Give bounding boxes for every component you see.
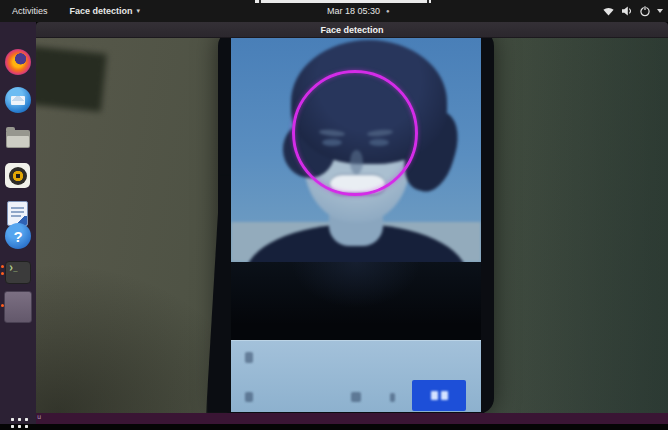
clock-label: Mar 18 05:30 bbox=[327, 6, 380, 16]
system-tray-menu[interactable] bbox=[602, 0, 663, 22]
app-menu-button[interactable]: Face detection ▾ bbox=[60, 0, 151, 22]
dock-item-thunderbird[interactable] bbox=[5, 87, 31, 113]
wallpaper-mark: u bbox=[37, 414, 41, 421]
dialog-small-icon bbox=[351, 392, 361, 402]
notification-dot-icon: ● bbox=[386, 8, 390, 14]
activities-button[interactable]: Activities bbox=[0, 0, 60, 22]
dialog-small-icon bbox=[245, 352, 253, 363]
gnome-top-bar: Activities Face detection ▾ Mar 18 05:30… bbox=[0, 0, 668, 22]
dock-item-rhythmbox[interactable] bbox=[5, 163, 31, 189]
running-indicator-dot bbox=[1, 272, 4, 275]
phone-screen bbox=[231, 38, 481, 412]
phone-dialog-panel bbox=[231, 340, 481, 412]
wifi-icon bbox=[602, 5, 615, 17]
clock-menu[interactable]: Mar 18 05:30 ● bbox=[327, 0, 390, 22]
screen-artifact-line bbox=[255, 0, 431, 3]
phone-in-camera bbox=[218, 38, 494, 413]
dock: ? ❯_ bbox=[0, 22, 36, 424]
dialog-small-icon bbox=[390, 393, 395, 402]
chevron-down-icon bbox=[657, 9, 663, 13]
show-applications-button[interactable] bbox=[5, 412, 31, 430]
dock-item-firefox[interactable] bbox=[5, 49, 31, 75]
phone-screen-dark-area bbox=[231, 262, 481, 340]
dock-item-files[interactable] bbox=[5, 125, 31, 151]
app-window-icon bbox=[4, 291, 32, 323]
face-detection-circle bbox=[292, 70, 418, 196]
desktop-wallpaper-strip: u bbox=[36, 413, 668, 424]
window-title: Face detection bbox=[320, 25, 383, 35]
window-titlebar[interactable]: Face detection bbox=[36, 22, 668, 38]
face-detection-window: Face detection bbox=[36, 22, 668, 413]
dialog-confirm-button-image bbox=[412, 380, 466, 411]
firefox-icon bbox=[5, 49, 31, 75]
screen-bottom-edge bbox=[0, 424, 668, 430]
help-question-icon: ? bbox=[5, 223, 31, 249]
running-indicator-dot bbox=[1, 304, 4, 307]
rhythmbox-speaker-icon bbox=[5, 163, 30, 188]
dialog-small-icon bbox=[245, 392, 253, 402]
camera-feed bbox=[36, 38, 668, 413]
wall-shadow-right bbox=[498, 38, 668, 413]
app-menu-label: Face detection bbox=[70, 6, 133, 16]
thunderbird-icon bbox=[5, 87, 31, 113]
chevron-down-icon: ▾ bbox=[137, 7, 141, 15]
power-icon bbox=[639, 5, 651, 17]
volume-icon bbox=[621, 5, 633, 17]
dock-item-help[interactable]: ? bbox=[5, 223, 31, 249]
dock-item-app-window[interactable] bbox=[5, 291, 31, 317]
apps-grid-icon bbox=[8, 415, 28, 430]
files-folder-icon bbox=[6, 130, 30, 148]
running-indicator-dot bbox=[1, 265, 4, 268]
desktop: Activities Face detection ▾ Mar 18 05:30… bbox=[0, 0, 668, 430]
dock-item-terminal[interactable]: ❯_ bbox=[5, 259, 31, 285]
terminal-icon: ❯_ bbox=[5, 261, 31, 284]
background-object bbox=[36, 46, 107, 112]
